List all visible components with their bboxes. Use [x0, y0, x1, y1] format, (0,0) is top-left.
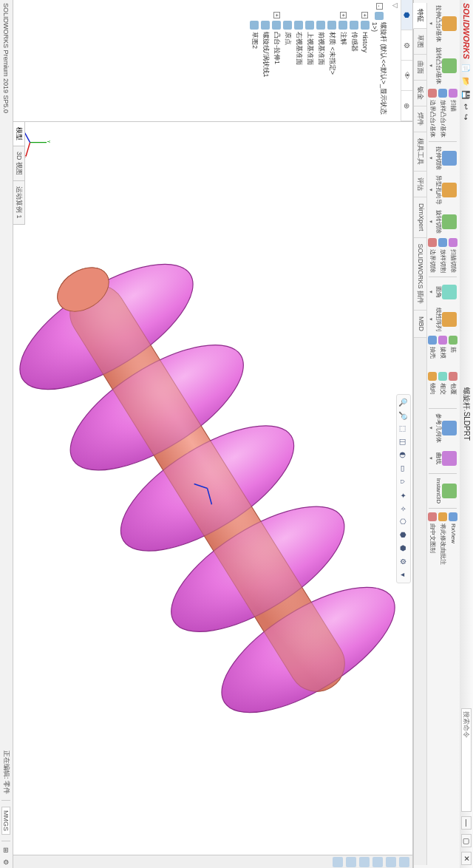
rail-button[interactable]: [386, 857, 396, 867]
command-search-input[interactable]: [461, 708, 472, 812]
annotate-button[interactable]: 将此修改由批注: [438, 511, 448, 566]
ribbon-tab[interactable]: 曲面: [414, 55, 426, 81]
sweep-button[interactable]: 扫描: [448, 87, 458, 138]
close-button[interactable]: ✕: [461, 852, 472, 865]
minimize-button[interactable]: —: [461, 816, 472, 830]
status-icon[interactable]: ⊞: [3, 847, 10, 853]
bottom-tab[interactable]: 3D 视图: [13, 146, 24, 181]
qat-icon[interactable]: 💾: [463, 90, 471, 99]
maximize-button[interactable]: ▢: [461, 834, 472, 847]
loft-cut-button[interactable]: 放样切割: [438, 237, 448, 274]
ribbon-tab[interactable]: DimXpert: [414, 197, 426, 238]
expand-icon[interactable]: +: [361, 12, 368, 18]
model-view: [13, 122, 412, 855]
tree-item-icon: [305, 21, 314, 30]
wrap-button[interactable]: 包覆: [448, 370, 458, 406]
tree-item[interactable]: +材质 <未指定>: [327, 1, 338, 120]
cn-drawing-icon: [428, 512, 437, 521]
ribbon-tab[interactable]: 焊件: [414, 106, 426, 132]
boundary-button[interactable]: 边界凸台/基体: [427, 87, 438, 138]
expand-icon[interactable]: +: [340, 12, 347, 18]
hole-wizard-icon: [442, 183, 457, 197]
tree-tab-config[interactable]: ⚙: [401, 30, 412, 61]
fillet-icon: [442, 285, 457, 299]
tree-item[interactable]: +原点: [282, 1, 293, 120]
tree-item-icon: [283, 21, 292, 30]
tree-item-label: 原点: [283, 32, 293, 45]
mirror-button[interactable]: 镜向: [427, 370, 438, 406]
tree-item[interactable]: +注解: [338, 1, 349, 120]
qat-icon[interactable]: 📂: [463, 77, 471, 86]
rail-button[interactable]: [346, 857, 356, 867]
tree-item-icon: [350, 21, 358, 30]
qat-icon[interactable]: ↩: [463, 104, 471, 109]
sweep-cut-button[interactable]: 扫描切除: [448, 237, 458, 274]
tree-item-label: 材质 <未指定>: [327, 32, 337, 75]
draft-button[interactable]: 拔模: [438, 334, 448, 370]
tree-item[interactable]: +前视基准面: [316, 1, 327, 120]
tree-item[interactable]: +传感器: [349, 1, 360, 120]
tree-tab-display[interactable]: 👁: [401, 61, 412, 91]
tree-item[interactable]: +凸台-拉伸1: [271, 1, 282, 120]
chinese-drawing-button[interactable]: 由中文图别: [427, 511, 438, 566]
revolve-cut-button[interactable]: 旋转切除▾: [427, 208, 458, 236]
qat-icon[interactable]: 📄: [463, 64, 471, 72]
extrude-boss-button[interactable]: 拉伸凸台/基体▾: [427, 3, 458, 44]
shell-button[interactable]: 抽壳: [427, 334, 438, 370]
status-icon[interactable]: ⚙: [3, 859, 10, 865]
expand-icon[interactable]: -: [376, 3, 383, 10]
tree-item[interactable]: +History: [360, 1, 370, 120]
boundary-cut-button[interactable]: 边界切除: [427, 237, 438, 274]
bottom-tab[interactable]: 模型: [13, 122, 24, 146]
loft-button[interactable]: 放样凸台/基体: [438, 87, 448, 138]
intersect-icon: [438, 372, 447, 381]
ribbon-tab[interactable]: 钣金: [414, 81, 426, 106]
tree-root[interactable]: - 螺旋杆 (默认<<默认>_显示状态 1>): [370, 1, 389, 120]
rail-button[interactable]: [372, 857, 383, 867]
rail-button[interactable]: [359, 857, 370, 867]
curves-icon: [442, 451, 457, 466]
tree-tab-feature[interactable]: ⬢: [401, 0, 412, 30]
part-icon: [375, 12, 384, 20]
sweep-cut-icon: [449, 238, 457, 247]
tree-item[interactable]: +右视基准面: [293, 1, 304, 120]
tree-item-icon: [272, 21, 281, 30]
hole-wizard-button[interactable]: 异型孔向导▾: [427, 173, 458, 207]
tree-tab-hide[interactable]: ⊕: [401, 91, 412, 121]
tree-item[interactable]: +螺旋线/涡状线1: [260, 1, 271, 120]
graphics-viewport[interactable]: 🔍🔎⬚◫◐▭⌂✦✧⬡⬢⬣⚙▾: [13, 122, 412, 855]
rib-button[interactable]: 筋: [448, 334, 458, 370]
ribbon-tab[interactable]: MBD: [414, 311, 426, 338]
ribbon: 拉伸凸台/基体▾ 旋转凸台/基体▾ 扫描 放样凸台/基体 边界凸台/基体 拉伸切…: [413, 0, 460, 868]
instant3d-button[interactable]: Instant3D: [433, 476, 458, 506]
revolve-boss-button[interactable]: 旋转凸台/基体▾: [427, 45, 458, 87]
rxview-button[interactable]: RxView: [448, 511, 458, 566]
ribbon-tab[interactable]: 草图: [414, 29, 426, 55]
app-logo: SOLIDWORKS: [462, 3, 471, 59]
ribbon-tab[interactable]: 评估: [414, 172, 426, 197]
refgeom-icon: [442, 421, 457, 435]
revolve-icon: [442, 58, 457, 73]
bottom-tab[interactable]: 运动算例 1: [13, 181, 24, 225]
fillet-button[interactable]: 圆角▾: [427, 279, 458, 305]
motion-tabs: 模型3D 视图运动算例 1: [13, 122, 25, 225]
qat-icon[interactable]: ↪: [463, 114, 471, 120]
linear-pattern-button[interactable]: 线性阵列▾: [427, 305, 458, 333]
ribbon-tab[interactable]: SOLIDWORKS 插件: [414, 238, 426, 311]
extrude-cut-button[interactable]: 拉伸切除▾: [427, 144, 458, 172]
task-pane-rail: [13, 855, 412, 868]
tree-item-icon: [250, 21, 259, 30]
rail-button[interactable]: [333, 857, 343, 867]
status-units[interactable]: MMGS: [2, 807, 11, 835]
expand-icon[interactable]: +: [273, 12, 280, 18]
tree-item[interactable]: +草图2: [249, 1, 260, 120]
reference-geometry-button[interactable]: 参考几何体▾: [427, 411, 458, 445]
annotate-icon: [438, 512, 447, 521]
rail-button[interactable]: [399, 857, 409, 867]
tree-item-label: 草图2: [250, 32, 259, 49]
ribbon-tab[interactable]: 特征: [413, 3, 426, 29]
intersect-button[interactable]: 相交: [438, 370, 448, 406]
tree-item[interactable]: +上视基准面: [304, 1, 316, 120]
ribbon-tab[interactable]: 模具工具: [414, 132, 426, 172]
curves-button[interactable]: 曲线▾: [427, 446, 458, 471]
